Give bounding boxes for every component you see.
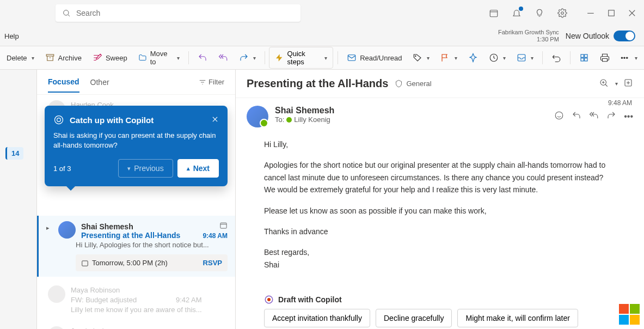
calendar-icon bbox=[219, 221, 228, 229]
previous-button[interactable]: ▾Previous bbox=[118, 159, 173, 178]
undo-button[interactable] bbox=[547, 50, 566, 66]
snooze-button[interactable]: ▾ bbox=[484, 50, 510, 66]
minimize-icon[interactable]: ─ bbox=[585, 8, 596, 19]
smile-icon bbox=[554, 111, 564, 120]
microsoft-logo bbox=[619, 304, 640, 325]
forward-button[interactable]: ▾ bbox=[235, 50, 260, 66]
copilot-callout: Catch up with Copilot Shai is asking if … bbox=[45, 106, 228, 186]
delete-button[interactable]: Delete▾ bbox=[2, 51, 39, 65]
help-bar: Help Fabrikam Growth Sync 1:30 PM New Ou… bbox=[0, 26, 644, 46]
svg-rect-11 bbox=[581, 54, 584, 57]
more-options-button[interactable]: ••• bbox=[616, 51, 633, 65]
sweep-button[interactable]: Sweep bbox=[88, 50, 132, 66]
sender-avatar[interactable] bbox=[247, 106, 268, 127]
lightning-icon bbox=[275, 53, 284, 63]
rsvp-button[interactable]: RSVP bbox=[203, 259, 222, 267]
command-toolbar: Delete▾ Archive Sweep Move to▾ ▾ Quick s… bbox=[0, 46, 644, 70]
meeting-time: 1:30 PM bbox=[498, 36, 559, 43]
close-callout-button[interactable] bbox=[211, 115, 219, 125]
reply-all-button[interactable] bbox=[214, 50, 232, 66]
folder-icon bbox=[138, 53, 147, 63]
calendar-icon bbox=[81, 259, 89, 267]
flag-button[interactable]: ▾ bbox=[436, 50, 462, 66]
recipient-name: Lilly Koenig bbox=[294, 115, 330, 124]
svg-rect-12 bbox=[585, 54, 587, 57]
more-move-button[interactable]: ▾ bbox=[512, 50, 538, 66]
svg-rect-13 bbox=[581, 58, 584, 61]
meeting-rsvp-row: Tomorrow, 5:00 PM (2h) RSVP bbox=[76, 254, 228, 271]
pin-button[interactable] bbox=[464, 50, 482, 66]
reply-all-button[interactable] bbox=[589, 111, 599, 123]
sender-name: Maya Robinson bbox=[71, 285, 202, 295]
print-button[interactable] bbox=[596, 50, 614, 66]
tag-button[interactable]: ▾ bbox=[408, 50, 434, 66]
suggestion-maybe-button[interactable]: Might make it, will confirm later bbox=[457, 309, 578, 327]
next-button[interactable]: ▴Next bbox=[177, 159, 219, 178]
maximize-icon[interactable] bbox=[606, 8, 617, 19]
folder-rail: 14 bbox=[0, 70, 37, 329]
expand-button[interactable] bbox=[623, 78, 633, 90]
meeting-reminder[interactable]: Fabrikam Growth Sync 1:30 PM bbox=[498, 29, 559, 43]
reply-suggestions: Accept invitation thankfully Decline gra… bbox=[236, 309, 644, 329]
reading-pane: Presenting at the All-Hands General ▾ Sh… bbox=[236, 70, 644, 329]
flag-icon bbox=[440, 53, 450, 63]
svg-rect-14 bbox=[585, 58, 587, 61]
svg-point-30 bbox=[267, 298, 271, 301]
clock-icon bbox=[489, 53, 499, 63]
tips-icon[interactable] bbox=[534, 8, 545, 19]
svg-point-3 bbox=[561, 12, 564, 15]
reply-button[interactable] bbox=[193, 50, 212, 66]
search-box[interactable] bbox=[56, 4, 300, 22]
immersive-reader-button[interactable] bbox=[575, 50, 593, 66]
notifications-icon[interactable] bbox=[511, 8, 522, 19]
sender-name: Shai Shemesh bbox=[275, 106, 334, 115]
reply-button[interactable] bbox=[572, 111, 581, 123]
svg-rect-7 bbox=[46, 54, 54, 56]
new-outlook-toggle[interactable]: New Outlook bbox=[566, 31, 635, 41]
presence-icon bbox=[286, 117, 292, 123]
expand-icon bbox=[623, 78, 633, 88]
forward-button[interactable] bbox=[606, 111, 616, 123]
copilot-icon bbox=[264, 295, 274, 304]
more-actions-button[interactable]: ••• bbox=[624, 112, 633, 121]
quick-steps-button[interactable]: Quick steps▾ bbox=[269, 47, 333, 69]
subject-bar: Presenting at the All-Hands General ▾ bbox=[236, 70, 644, 98]
toggle-switch[interactable] bbox=[614, 31, 635, 41]
to-label: To: bbox=[275, 115, 284, 124]
collapse-ribbon-icon[interactable]: ▾ bbox=[635, 55, 637, 61]
list-item[interactable]: Jessie Irwin Year by year competitor res… bbox=[37, 321, 235, 329]
zoom-button[interactable] bbox=[599, 78, 609, 90]
archive-button[interactable]: Archive bbox=[41, 50, 86, 66]
list-item-selected[interactable]: ▸ Shai Shemesh Presenting at the All-Han… bbox=[37, 216, 235, 277]
email-time: 9:48 AM bbox=[203, 232, 228, 240]
list-item[interactable]: Maya Robinson FW: Budget adjusted9:42 AM… bbox=[37, 280, 235, 321]
tab-focused[interactable]: Focused bbox=[48, 72, 79, 93]
reply-all-icon bbox=[589, 111, 599, 120]
channel-icon bbox=[395, 80, 403, 88]
suggestion-accept-button[interactable]: Accept invitation thankfully bbox=[264, 309, 370, 327]
suggestion-decline-button[interactable]: Decline gracefully bbox=[376, 309, 452, 327]
help-tab[interactable]: Help bbox=[4, 32, 19, 40]
sender-name: Jessie Irwin bbox=[71, 326, 205, 329]
react-button[interactable] bbox=[554, 111, 564, 123]
avatar bbox=[48, 326, 65, 329]
tab-other[interactable]: Other bbox=[90, 72, 109, 92]
svg-rect-20 bbox=[82, 260, 88, 265]
move-to-button[interactable]: Move to▾ bbox=[134, 46, 184, 69]
chevron-down-icon[interactable]: ▾ bbox=[615, 81, 618, 87]
close-icon[interactable] bbox=[627, 8, 637, 19]
inbox-unread-badge[interactable]: 14 bbox=[5, 147, 23, 160]
settings-icon[interactable] bbox=[557, 8, 568, 19]
svg-rect-4 bbox=[609, 10, 615, 16]
expand-chevron-icon[interactable]: ▸ bbox=[46, 224, 53, 231]
filter-icon bbox=[199, 78, 206, 86]
category-tag[interactable]: General bbox=[395, 80, 431, 88]
search-input[interactable] bbox=[76, 9, 294, 17]
calendar-peek-icon[interactable] bbox=[488, 8, 499, 19]
read-unread-button[interactable]: Read/Unread bbox=[342, 50, 406, 66]
filter-button[interactable]: Filter bbox=[199, 78, 224, 86]
zoom-icon bbox=[599, 78, 609, 88]
svg-point-28 bbox=[555, 112, 563, 119]
new-outlook-label: New Outlook bbox=[566, 32, 609, 40]
copilot-icon bbox=[53, 114, 64, 125]
